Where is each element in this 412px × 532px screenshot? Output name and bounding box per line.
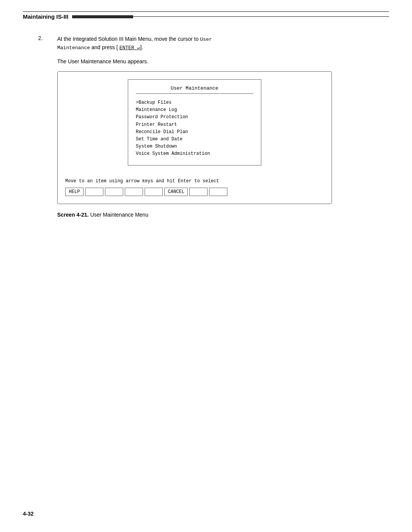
step-text: At the Integrated Solution III Main Menu… — [57, 35, 212, 51]
fkey-help[interactable]: HELP — [65, 188, 84, 196]
page-container: Maintaining IS-III 2. At the Integrated … — [0, 0, 412, 532]
fkey-cancel[interactable]: CANCEL — [164, 188, 188, 196]
menu-item-5[interactable]: Set Time and Date — [136, 136, 253, 143]
fkey-f8[interactable] — [209, 188, 227, 196]
step-text-after: ]. — [140, 44, 143, 50]
menu-item-4[interactable]: Reconcile Dial Plan — [136, 129, 253, 136]
status-bar: Move to an item using arrow keys and hit… — [65, 177, 324, 185]
menu-item-0[interactable]: >Backup Files — [136, 99, 253, 106]
step-text-before: At the Integrated Solution III Main Menu… — [57, 36, 200, 42]
menu-item-6[interactable]: System Shutdown — [136, 143, 253, 150]
enter-key: ENTER ↵ — [119, 45, 140, 51]
fkey-f5[interactable] — [145, 188, 163, 196]
fkey-f2[interactable] — [85, 188, 103, 196]
menu-item-7[interactable]: Voice System Administration — [136, 150, 253, 158]
menu-item-2[interactable]: Password Protection — [136, 114, 253, 121]
screen-caption: Screen 4-21. User Maintenance Menu — [57, 212, 381, 218]
caption-text: User Maintenance Menu — [89, 212, 148, 218]
header-dark-bar — [72, 15, 133, 18]
menu-item-3[interactable]: Printer Restart — [136, 121, 253, 129]
fkey-f3[interactable] — [105, 188, 123, 196]
function-keys: HELP CANCEL — [65, 188, 324, 196]
step-number: 2. — [38, 35, 57, 51]
step-2: 2. At the Integrated Solution III Main M… — [38, 35, 381, 51]
sub-text: The User Maintenance Menu appears. — [57, 58, 381, 64]
menu-item-1[interactable]: Maintenance Log — [136, 106, 253, 114]
page-number: 4-32 — [23, 511, 34, 517]
page-header: Maintaining IS-III — [23, 11, 389, 20]
screen-inner: User Maintenance >Backup Files Maintenan… — [128, 79, 261, 166]
fkey-f7[interactable] — [189, 188, 208, 196]
page-title: Maintaining IS-III — [23, 13, 68, 20]
step-text-middle: and press [ — [92, 44, 118, 50]
menu-items-list: >Backup Files Maintenance Log Password P… — [136, 98, 253, 159]
screen-title: User Maintenance — [136, 85, 253, 94]
content-area: 2. At the Integrated Solution III Main M… — [23, 35, 389, 218]
fkey-f4[interactable] — [125, 188, 143, 196]
screen-simulation: User Maintenance >Backup Files Maintenan… — [57, 71, 332, 204]
caption-bold: Screen 4-21. — [57, 212, 89, 218]
